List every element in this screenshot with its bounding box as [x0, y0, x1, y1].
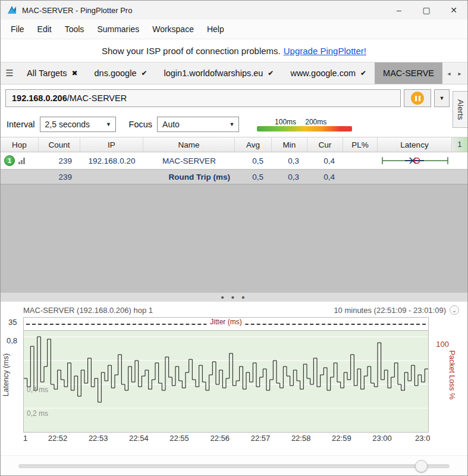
x-tick: 22:58 — [291, 434, 311, 443]
bar-chart-icon[interactable] — [18, 157, 25, 164]
tab-mac-serve[interactable]: MAC-SERVE — [375, 62, 442, 84]
legend-100ms-label: 100ms — [275, 118, 296, 126]
tab-close-icon[interactable]: ✖ — [71, 69, 77, 77]
title-bar: MAC-SERVER - PingPlotter Pro – ▢ ✕ — [1, 1, 467, 20]
tab-check-icon: ✔ — [141, 69, 147, 77]
x-tick: 22:57 — [251, 434, 271, 443]
tab-label: www.google.com — [290, 68, 356, 78]
summary-count: 239 — [39, 170, 80, 184]
tab-label: dns.google — [95, 68, 137, 78]
latency-color-legend: 100ms 200ms — [257, 118, 352, 131]
x-tick: 22:54 — [129, 434, 149, 443]
col-header-min[interactable]: Min — [272, 137, 307, 152]
trace-options-dropdown[interactable]: ▼ — [434, 89, 450, 107]
gridline-label-02: 0,2 ms — [27, 409, 48, 418]
table-row[interactable]: 1 239 192.168.0.20 MAC-SERVER 0,5 0,3 0,… — [1, 152, 467, 169]
scrollbar-track[interactable] — [18, 464, 450, 468]
pause-button[interactable] — [404, 89, 431, 107]
col-header-hop[interactable]: Hop — [1, 137, 39, 152]
legend-200ms-label: 200ms — [305, 118, 326, 126]
x-tick: 22:55 — [169, 434, 189, 443]
splitter-dots-icon: • • • — [221, 296, 247, 299]
summary-avg: 0,5 — [235, 170, 272, 184]
maximize-icon[interactable]: ▢ — [413, 1, 440, 20]
graph-title: MAC-SERVER (192.168.0.206) hop 1 — [23, 306, 153, 315]
menu-bar: FileEditToolsSummariesWorkspaceHelp — [1, 20, 467, 39]
latency-mini-graph — [378, 152, 452, 169]
col-header-cur[interactable]: Cur — [307, 137, 343, 152]
tab-www-google-com[interactable]: www.google.com✔ — [282, 62, 375, 84]
cell-count: 239 — [39, 152, 80, 169]
x-tick: 23:0 — [415, 434, 430, 443]
graph-time-range: 10 minutes (22:51:09 - 23:01:09) — [334, 306, 446, 315]
menu-file[interactable]: File — [4, 21, 31, 37]
col-header-name[interactable]: Name — [143, 137, 235, 152]
close-icon[interactable]: ✕ — [440, 1, 467, 20]
interval-value: 2,5 seconds — [45, 120, 102, 129]
focus-label: Focus — [129, 120, 153, 129]
x-tick: 23:00 — [372, 434, 392, 443]
menu-workspace[interactable]: Workspace — [146, 21, 200, 37]
legend-gradient-bar — [257, 126, 352, 131]
y-axis-top-label: 0,8 — [7, 336, 17, 345]
tab-dns-google[interactable]: dns.google✔ — [86, 62, 156, 84]
banner-text: Show your ISP proof of connection proble… — [102, 46, 281, 56]
menu-summaries[interactable]: Summaries — [90, 21, 146, 37]
hop-number-badge: 1 — [4, 155, 15, 166]
upgrade-link[interactable]: Upgrade PingPlotter! — [284, 46, 366, 56]
panel-splitter[interactable]: • • • — [1, 293, 467, 302]
col-header-plpct[interactable]: PL% — [343, 137, 378, 152]
tab-label: login1.worldofwarships.eu — [164, 68, 263, 78]
col-header-avg[interactable]: Avg — [235, 137, 272, 152]
focus-value: Auto — [162, 120, 225, 129]
minimize-icon[interactable]: – — [385, 1, 413, 20]
tab-scroll-right-icon[interactable]: ▸ — [454, 62, 465, 84]
cell-name: MAC-SERVER — [143, 152, 235, 169]
target-address-box[interactable]: 192.168.0.206 / MAC-SERVER — [5, 89, 401, 107]
x-axis: 122:5222:5322:5422:5522:5622:5722:5822:5… — [23, 434, 429, 446]
tab-scroll-controls: ◂ ▸ — [444, 62, 467, 84]
hamburger-icon[interactable]: ☰ — [1, 62, 18, 84]
target-ip: 192.168.0.206 — [12, 93, 67, 103]
alerts-side-tab-label: Alerts — [456, 99, 465, 120]
menu-edit[interactable]: Edit — [31, 21, 58, 37]
table-header: HopCountIPNameAvgMinCurPL%Latency1 — [1, 137, 467, 152]
graph-range-chevron-icon[interactable]: ⌄ — [450, 305, 459, 315]
jitter-label: Jitter (ms) — [206, 318, 245, 326]
tab-all-targets[interactable]: All Targets✖ — [18, 62, 86, 84]
tab-label: All Targets — [27, 68, 67, 78]
x-tick: 22:52 — [48, 434, 68, 443]
packet-loss-top-label: 100 — [436, 340, 449, 349]
scrollbar-thumb[interactable] — [415, 460, 428, 472]
summary-name: Round Trip (ms) — [143, 170, 235, 184]
col-header-ip[interactable]: IP — [80, 137, 143, 152]
interval-label: Interval — [7, 120, 35, 129]
summary-row[interactable]: 239 Round Trip (ms) 0,5 0,3 0,4 — [1, 169, 467, 184]
cell-min: 0,3 — [272, 152, 307, 169]
x-tick: 22:53 — [89, 434, 108, 443]
tab-login1-worldofwarships-eu[interactable]: login1.worldofwarships.eu✔ — [156, 62, 282, 84]
window-title: MAC-SERVER - PingPlotter Pro — [22, 6, 132, 15]
summary-min: 0,3 — [272, 170, 307, 184]
interval-select[interactable]: 2,5 seconds ▼ — [40, 117, 116, 132]
target-bar: 192.168.0.206 / MAC-SERVER ▼ — [1, 84, 467, 112]
jitter-strip: 35 Jitter (ms) — [23, 317, 429, 330]
summary-pl — [343, 170, 378, 184]
summary-cur: 0,4 — [307, 170, 343, 184]
menu-help[interactable]: Help — [200, 21, 231, 37]
alerts-side-tab[interactable]: Alerts — [453, 91, 467, 128]
col-header-latency[interactable]: Latency — [378, 137, 452, 152]
tab-check-icon: ✔ — [268, 69, 274, 77]
controls-row: Interval 2,5 seconds ▼ Focus Auto ▼ 100m… — [1, 112, 467, 137]
upgrade-banner: Show your ISP proof of connection proble… — [1, 39, 467, 62]
latency-plot[interactable]: 0,4 ms 0,2 ms — [23, 330, 429, 433]
menu-tools[interactable]: Tools — [58, 21, 91, 37]
tab-scroll-left-icon[interactable]: ◂ — [444, 62, 454, 84]
col-header-count[interactable]: Count — [39, 137, 80, 152]
y-axis-label: Latency (ms) — [2, 353, 10, 396]
tab-strip: All Targets✖dns.google✔login1.worldofwar… — [18, 62, 444, 84]
tab-label: MAC-SERVE — [383, 68, 434, 78]
chevron-down-icon: ▼ — [439, 95, 445, 101]
target-name: MAC-SERVER — [70, 93, 127, 103]
focus-select[interactable]: Auto ▼ — [157, 117, 239, 132]
